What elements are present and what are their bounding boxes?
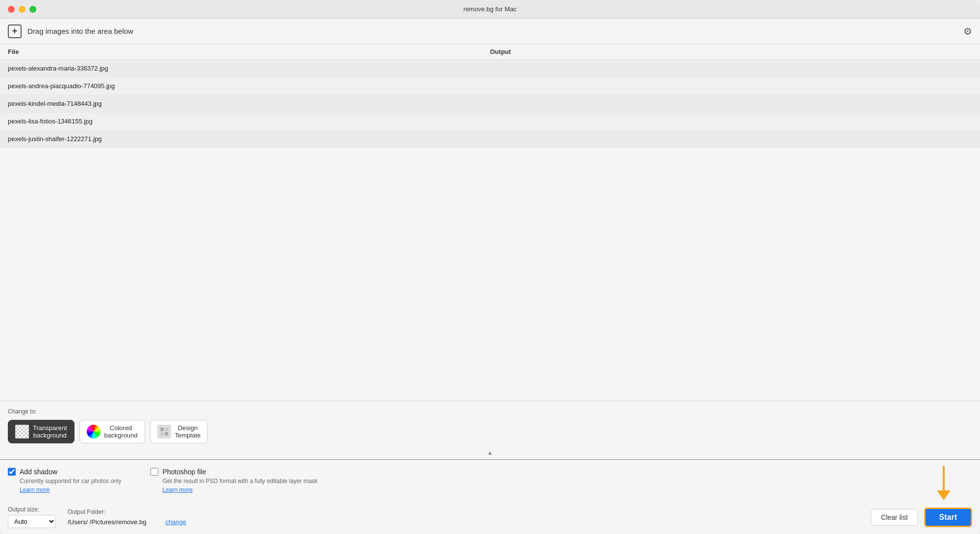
folder-change-link[interactable]: change [165,518,186,526]
arrow-annotation [937,466,951,500]
arrow-head [937,490,951,500]
window-controls [8,6,36,13]
close-button[interactable] [8,6,15,13]
design-template-button[interactable]: DesignTemplate [150,420,208,443]
start-button[interactable]: Start [924,508,972,527]
folder-path-row: /Users/ /Pictures/remove.bg change [68,517,186,526]
table-row[interactable]: pexels-alexandra-maria-336372.jpg [0,60,980,77]
title-bar: remove.bg for Mac [0,0,980,19]
size-label: Output size: [8,506,56,513]
settings-button[interactable]: ⚙ [963,25,972,37]
change-to-label: Change to: [8,408,972,415]
table-row[interactable]: pexels-kindel-media-7148443.jpg [0,95,980,113]
add-shadow-title: Add shadow [20,468,57,476]
file-name: pexels-andrea-piacquadio-774095.jpg [8,82,115,90]
output-folder-group: Output Folder: /Users/ /Pictures/remove.… [68,509,186,526]
colored-background-button[interactable]: Coloredbackground [79,420,145,443]
table-row[interactable]: pexels-justin-shaifer-1222271.jpg [0,130,980,148]
photoshop-title: Photoshop file [162,468,206,476]
options-section: Add shadow Currently supported for car p… [0,459,980,500]
svg-rect-0 [160,428,164,431]
arrow-line [943,466,945,490]
folder-label: Output Folder: [68,509,186,515]
file-list-area: File Output pexels-alexandra-maria-33637… [0,44,980,401]
transparent-icon [15,425,29,438]
add-shadow-checkbox[interactable] [8,468,16,476]
transparent-label: Transparentbackground [33,424,67,439]
bottom-panel: Change to: Transparentbackground Colored… [0,401,980,534]
transparent-background-button[interactable]: Transparentbackground [8,420,75,443]
drag-label: Drag images into the area below [27,27,133,35]
photoshop-option: Photoshop file Get the result in PSD for… [151,468,317,493]
file-name: pexels-justin-shaifer-1222271.jpg [8,135,102,143]
add-button[interactable]: + [8,24,22,38]
svg-rect-1 [165,428,168,431]
svg-rect-2 [160,432,164,436]
photoshop-desc: Get the result in PSD format with a full… [162,478,317,485]
col-output-header: Output [490,48,511,55]
design-template-label: DesignTemplate [175,424,201,439]
add-shadow-link[interactable]: Learn more [20,486,121,493]
output-size-group: Output size: Auto Full HD 4K [8,506,56,528]
file-name: pexels-kindel-media-7148443.jpg [8,100,102,107]
options-row: Add shadow Currently supported for car p… [8,468,972,493]
add-shadow-desc: Currently supported for car photos only [20,478,121,485]
size-select[interactable]: Auto Full HD 4K [8,515,56,528]
design-template-icon [157,425,171,438]
add-shadow-option: Add shadow Currently supported for car p… [8,468,121,493]
photoshop-link[interactable]: Learn more [162,486,317,493]
folder-path: /Users/ /Pictures/remove.bg [68,518,146,526]
column-header: File Output [0,44,980,60]
expand-arrow[interactable]: ▲ [0,447,980,459]
footer-actions: Clear list Start [871,508,972,527]
file-name: pexels-alexandra-maria-336372.jpg [8,65,108,72]
maximize-button[interactable] [29,6,36,13]
photoshop-checkbox[interactable] [151,468,158,476]
output-options: Transparentbackground Coloredbackground [8,420,972,443]
app-window: remove.bg for Mac + Drag images into the… [0,0,980,534]
colored-label: Coloredbackground [104,424,138,439]
color-wheel-icon [87,425,101,438]
toolbar: + Drag images into the area below ⚙ [0,19,980,44]
col-file-header: File [8,48,490,55]
minimize-button[interactable] [19,6,25,13]
photoshop-header: Photoshop file [151,468,317,476]
add-shadow-header: Add shadow [8,468,121,476]
table-row[interactable]: pexels-lisa-fotios-1346155.jpg [0,113,980,130]
svg-rect-3 [165,432,168,436]
file-name: pexels-lisa-fotios-1346155.jpg [8,118,93,125]
table-row[interactable]: pexels-andrea-piacquadio-774095.jpg [0,77,980,95]
clear-list-button[interactable]: Clear list [871,509,918,526]
change-to-section: Change to: Transparentbackground Colored… [0,401,980,447]
window-title: remove.bg for Mac [463,5,516,13]
footer-row: Output size: Auto Full HD 4K Output Fold… [0,500,980,534]
